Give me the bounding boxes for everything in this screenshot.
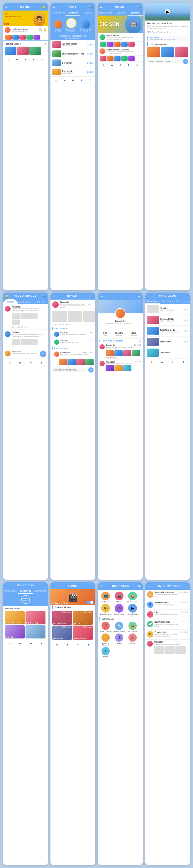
feat-item-4[interactable] <box>26 625 46 639</box>
comment-reply-2[interactable]: ↩2 <box>89 339 92 345</box>
info-item-system[interactable]: 🔔 System Notification The steam update n… <box>145 590 190 600</box>
ch-item-entertainment[interactable]: 🎭 Entertainment <box>100 604 112 615</box>
search-icon-vc[interactable]: 🔍 <box>42 294 46 298</box>
info-annabelle[interactable]: Annabelle What are your favorite adventu… <box>145 640 190 655</box>
vd-feat-4[interactable]: Devious Maids 40,145 Videos <box>73 626 93 640</box>
list-item-1[interactable]: Jennifer's Body United States 28,854 <box>51 40 95 49</box>
nav-add-3[interactable]: ➕ <box>118 63 122 67</box>
vd-feat-3[interactable]: Black Swan 34,147 Master <box>52 626 72 640</box>
nav-search[interactable]: 🔍 <box>40 58 44 62</box>
nav-8-add[interactable]: ➕ <box>171 360 175 364</box>
mv-item-4[interactable]: Black Swan 288 K <box>145 337 190 347</box>
more-icon-detail[interactable]: ··· <box>89 294 93 298</box>
ch-item-original[interactable]: ▶ Original Play <box>127 604 139 615</box>
nav-user-2[interactable]: 👤 <box>79 78 83 82</box>
tab-following-vc[interactable]: FOLLOWING <box>18 299 33 304</box>
mv-item-2[interactable]: Devious Maids 40 files / 4P in 4P1 345 K <box>145 315 190 326</box>
notif-icon-vc[interactable]: 🔔 <box>5 294 9 298</box>
nav-tv[interactable]: 📺 <box>15 58 19 62</box>
fab-button[interactable]: + <box>40 350 46 357</box>
nav-search-2[interactable]: 🔍 <box>88 78 92 82</box>
nav-9-home[interactable]: 🏠 <box>8 642 12 646</box>
channel-item-1[interactable]: Hollywood Movie 12,845 Subscribers 💬 🔔 <box>3 26 48 34</box>
tab-subscribe[interactable]: Subscribe <box>65 10 80 16</box>
add-channel-icon[interactable]: ⊞ <box>138 585 140 588</box>
list-item-4[interactable]: Big Hero 6 United States 28,318 <box>51 67 95 76</box>
comment-heart-1[interactable]: ♥ <box>90 332 92 337</box>
ch-all-upper[interactable]: 📡 Upper Channel <box>113 622 125 632</box>
feat-item-2[interactable]: Still Crazy In Love <box>26 611 46 624</box>
tab-videos-vc[interactable]: VIDEOS <box>3 299 18 304</box>
info-item-like[interactable]: ♡ Like Some people like your videos... 2… <box>145 610 190 619</box>
vc-user-2[interactable]: Cathrine Do you remember those valentine… <box>3 330 48 349</box>
feat-item-1[interactable]: How You Get The Girl <box>5 611 25 624</box>
bell-icon[interactable]: 🔔 <box>42 5 46 8</box>
menu-icon[interactable]: ≡ <box>5 5 8 9</box>
detail-comment-input[interactable] <box>52 368 88 372</box>
heart-icon[interactable]: ♥ <box>167 31 168 33</box>
nav-10-add[interactable]: ➕ <box>76 643 80 647</box>
nav-home[interactable]: 🏠 <box>6 58 10 62</box>
message-icon[interactable]: 💬 <box>39 28 42 31</box>
ch-item-children[interactable]: 🎪 Children Video <box>127 592 139 603</box>
ch-item-videos[interactable]: 🎬 Videos <box>113 592 125 603</box>
nav-add[interactable]: ➕ <box>24 58 28 62</box>
ch-all-na[interactable]: 📻 Na Channel <box>127 622 139 632</box>
nav-8-user[interactable]: 👤 <box>181 360 185 364</box>
nav-5-add[interactable]: ➕ <box>29 361 33 365</box>
more-icon-profile[interactable]: ··· <box>136 294 140 299</box>
nav-home-2[interactable]: 🏠 <box>54 78 58 82</box>
play-button[interactable]: ▶ <box>165 9 170 14</box>
mv-tab-offline[interactable]: Offline Cache <box>145 299 160 304</box>
nav-9-tv[interactable]: 📺 <box>18 642 22 646</box>
ch-all-sunny[interactable]: ☀ Sunny <box>100 647 112 657</box>
back-arrow-detail[interactable]: ← <box>53 294 56 298</box>
back-arrow-info[interactable]: ← <box>147 584 151 588</box>
list-item-2[interactable]: The Secret Life of Pets 38,165 <box>51 49 95 58</box>
close-icon-channels[interactable]: ✕ <box>100 584 103 588</box>
tab-sub-3[interactable]: Subscribe <box>113 10 128 16</box>
profile-post-2[interactable]: Annabelle 12.06/16 What are your favorit… <box>98 360 143 372</box>
nav-add-2[interactable]: ➕ <box>71 78 75 82</box>
tab-rank-3[interactable]: Ranking <box>128 10 142 16</box>
search-icon-2[interactable]: 🔍 <box>89 5 93 8</box>
nav-5-tv[interactable]: 📺 <box>18 361 22 365</box>
ch-all-enjoying[interactable]: 😊 Enjoying Channel <box>100 633 112 646</box>
back-arrow-profile[interactable]: ← <box>100 294 104 299</box>
subscribe-icon[interactable]: 🔔 <box>43 28 46 31</box>
nav-9-add[interactable]: ➕ <box>29 642 33 646</box>
share-icon[interactable]: ↗ <box>170 31 172 33</box>
menu-icon-2[interactable]: ≡ <box>53 5 55 9</box>
nav-10-home[interactable]: 🏠 <box>55 643 59 647</box>
vd-feat-1[interactable]: Jennifer's Body 45,932 Videos <box>52 611 72 625</box>
comment-input[interactable] <box>147 60 183 63</box>
vd-toggle[interactable] <box>86 601 93 604</box>
sort-icon[interactable]: ⇅ <box>139 339 141 342</box>
nav-home-3[interactable]: 🏠 <box>101 63 105 67</box>
list-item-3[interactable]: Doraemon 27,631 <box>51 58 95 67</box>
tab-ranking[interactable]: Ranking <box>80 10 95 16</box>
tab-recommended[interactable]: Recommended <box>51 10 65 16</box>
channel-entertainment[interactable]: Entertainment Channel Give you the most … <box>98 47 143 56</box>
mv-sub-subscribed[interactable]: Subscribed <box>18 589 33 594</box>
nav-5-user[interactable]: 👤 <box>39 361 44 365</box>
back-arrow-vd[interactable]: ← <box>53 584 56 588</box>
info-item-followers[interactable]: 👤 New Followers Annabelle is following y… <box>145 600 190 610</box>
nav-tv-3[interactable]: 📺 <box>110 63 114 67</box>
nav-8-tv[interactable]: 📺 <box>160 360 164 364</box>
vc-user-3[interactable]: Anastasia Those movies felt pretty good … <box>3 349 48 359</box>
nav-tv-2[interactable]: 📺 <box>62 78 66 82</box>
search-icon-4[interactable]: 🔍 <box>137 5 140 8</box>
nav-10-user[interactable]: 👤 <box>86 643 91 647</box>
more-icon-vd[interactable]: ··· <box>89 584 93 588</box>
mv-sub-history[interactable]: Watch History <box>33 589 48 594</box>
ch-all-beach[interactable]: 🏖 Beach <box>113 633 125 646</box>
info-item-letter[interactable]: ✉ Private Letter Someone gives your impo… <box>145 630 190 640</box>
nav-5-home[interactable]: 🏠 <box>8 361 12 365</box>
ch-all-conner[interactable]: 🎤 Conner <box>127 633 139 646</box>
profile-post-1[interactable]: Annabelle 12.07/16 Do you know what movi… <box>98 343 143 360</box>
nav-8-home[interactable]: 🏠 <box>149 360 154 364</box>
ch-item-game[interactable]: 🎮 Game Video <box>113 604 125 615</box>
nav-user[interactable]: 👤 <box>32 58 36 62</box>
nav-10-tv[interactable]: 📺 <box>65 643 70 647</box>
